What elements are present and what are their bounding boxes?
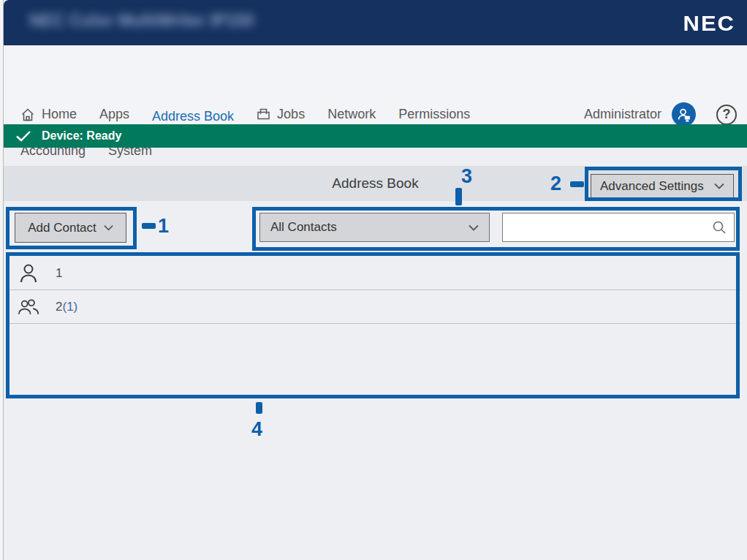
callout-number-1: 1 [158, 215, 169, 238]
contact-person-icon [18, 262, 39, 284]
nav-item-apps[interactable]: Apps [94, 102, 135, 126]
help-icon[interactable]: ? [716, 105, 737, 125]
help-label: ? [723, 107, 731, 122]
contact-name: 1 [56, 266, 62, 281]
search-input[interactable] [503, 213, 712, 241]
printer-web-ui-page: NEC Color MultiWriter IP150 NEC Home App… [0, 0, 747, 560]
add-contact-label: Add Contact [28, 221, 96, 235]
add-contact-dropdown-button[interactable]: Add Contact [15, 213, 126, 243]
advanced-settings-dropdown[interactable]: Advanced Settings [591, 174, 734, 198]
advanced-settings-label: Advanced Settings [600, 179, 704, 194]
home-icon [20, 107, 35, 122]
contact-search-field [502, 213, 735, 242]
user-name-label: Administrator [584, 107, 661, 122]
contacts-filter-value: All Contacts [270, 220, 337, 235]
nav-item-label: Address Book [152, 109, 234, 124]
app-header: NEC Color MultiWriter IP150 NEC [4, 0, 747, 45]
nav-row-1: Home Apps Address Book Jobs Network P [15, 102, 737, 126]
chevron-down-icon [714, 183, 724, 189]
device-status-text: Device: Ready [42, 129, 121, 143]
status-check-icon [15, 130, 31, 142]
nav-item-home[interactable]: Home [15, 102, 83, 126]
jobs-icon [257, 107, 270, 121]
chevron-down-icon [104, 224, 113, 231]
nav-item-permissions[interactable]: Permissions [393, 102, 476, 126]
main-nav: Home Apps Address Book Jobs Network P [4, 45, 747, 124]
search-icon[interactable] [712, 220, 727, 235]
user-area: Administrator [584, 102, 696, 126]
nav-item-jobs[interactable]: Jobs [251, 102, 311, 126]
nav-item-network[interactable]: Network [322, 102, 382, 126]
contact-list-rows: 1 2 (1) [7, 257, 740, 324]
contact-name: 2 [56, 300, 62, 314]
contacts-filter-select[interactable]: All Contacts [259, 213, 490, 242]
administrator-account-icon[interactable] [672, 102, 696, 126]
nav-item-label: Jobs [277, 107, 305, 122]
nav-item-label: Apps [99, 107, 129, 122]
contact-group-icon [18, 296, 39, 318]
callout-connector-1 [142, 223, 156, 229]
device-status-bar: Device: Ready [4, 124, 747, 148]
callout-connector-4 [256, 402, 262, 414]
nav-item-label: Network [327, 107, 376, 122]
callout-number-4: 4 [251, 418, 262, 441]
nav-item-label: Home [42, 107, 77, 122]
contact-list: 1 2 (1) [4, 252, 747, 398]
nec-logo: NEC [683, 11, 735, 36]
contact-row[interactable]: 1 [7, 257, 740, 290]
contact-count: (1) [62, 300, 77, 314]
chevron-down-icon [469, 224, 479, 231]
contact-row[interactable]: 2 (1) [7, 290, 740, 324]
nav-item-label: Permissions [398, 107, 470, 122]
device-title-redacted: NEC Color MultiWriter IP150 [29, 11, 254, 31]
